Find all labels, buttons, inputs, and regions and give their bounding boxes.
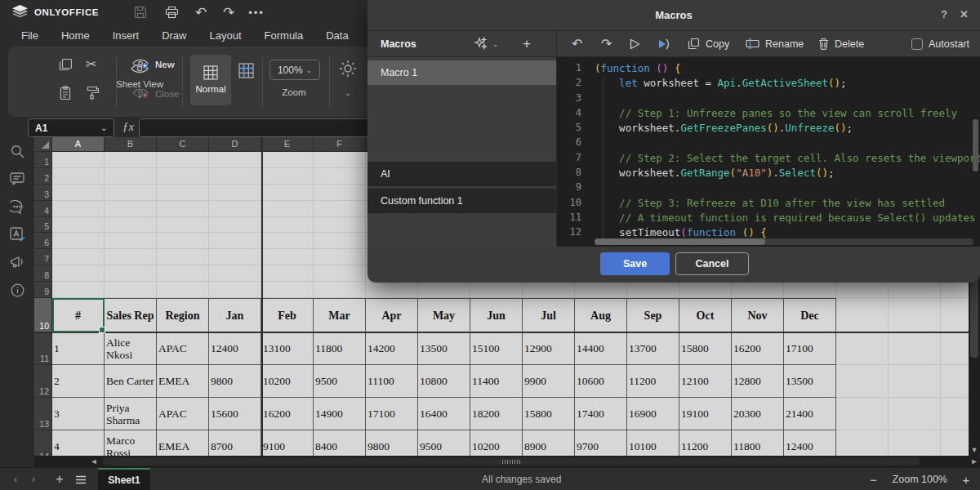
row-header-6[interactable]: 6 bbox=[34, 233, 52, 249]
cell-D12[interactable]: 9800 bbox=[209, 365, 261, 398]
cell-C1[interactable] bbox=[157, 152, 209, 168]
zoom-out-icon[interactable]: − bbox=[868, 473, 880, 487]
cell-E2[interactable] bbox=[261, 168, 314, 185]
cell-H13[interactable]: 16400 bbox=[418, 398, 470, 430]
cell-I13[interactable]: 18200 bbox=[470, 398, 523, 430]
normal-view-button[interactable]: Normal bbox=[190, 55, 231, 105]
column-header-B[interactable]: B bbox=[105, 137, 157, 152]
cell-P13[interactable] bbox=[836, 398, 889, 430]
cell-C11[interactable]: APAC bbox=[157, 332, 209, 365]
freeze-panes-icon[interactable] bbox=[238, 63, 254, 78]
format-painter-icon[interactable] bbox=[86, 86, 99, 100]
row-header-14[interactable]: 14 bbox=[34, 430, 52, 456]
cell-F3[interactable] bbox=[314, 185, 366, 201]
sheet-tab-sheet1[interactable]: Sheet1 bbox=[98, 468, 150, 490]
select-all-corner[interactable] bbox=[34, 137, 52, 152]
cell-J9[interactable] bbox=[523, 282, 575, 298]
cell-Q9[interactable] bbox=[889, 282, 941, 298]
cell-J11[interactable]: 12900 bbox=[523, 332, 575, 365]
cell-F2[interactable] bbox=[314, 168, 366, 185]
undo-icon[interactable]: ↶ bbox=[194, 5, 208, 20]
comments-icon[interactable] bbox=[0, 165, 34, 193]
cell-C5[interactable] bbox=[157, 217, 209, 234]
more-icon[interactable]: ••• bbox=[249, 5, 264, 20]
new-sheet-view-button[interactable]: New bbox=[155, 60, 175, 70]
menu-tab-formula[interactable]: Formula bbox=[253, 29, 315, 42]
cell-N14[interactable]: 11800 bbox=[732, 430, 784, 456]
cell-H10[interactable]: May bbox=[418, 298, 470, 332]
cell-C13[interactable]: APAC bbox=[157, 398, 209, 430]
next-sheet-icon[interactable]: › bbox=[24, 468, 42, 490]
cell-I14[interactable]: 10200 bbox=[470, 430, 523, 456]
save-button[interactable]: Save bbox=[600, 252, 670, 275]
cell-D14[interactable]: 8700 bbox=[209, 430, 261, 456]
cell-F11[interactable]: 11800 bbox=[314, 332, 366, 365]
cell-E1[interactable] bbox=[261, 152, 314, 168]
delete-macro-button[interactable]: Delete bbox=[818, 30, 864, 57]
cell-O13[interactable]: 21400 bbox=[784, 398, 836, 430]
code-editor[interactable]: 1(function () {2 let worksheet = Api.Get… bbox=[557, 57, 980, 247]
cell-A11[interactable]: 1 bbox=[52, 332, 105, 365]
row-header-3[interactable]: 3 bbox=[34, 185, 52, 201]
menu-tab-data[interactable]: Data bbox=[314, 29, 359, 42]
cell-B6[interactable] bbox=[105, 233, 157, 249]
cell-Q14[interactable] bbox=[889, 430, 941, 456]
chat-icon[interactable] bbox=[0, 193, 34, 220]
dialog-titlebar[interactable]: Macros ? ✕ bbox=[368, 0, 980, 31]
horizontal-scrollbar-thumb[interactable] bbox=[103, 457, 920, 466]
cell-C2[interactable] bbox=[157, 168, 209, 185]
cell-E9[interactable] bbox=[261, 282, 314, 298]
cell-I10[interactable]: Jun bbox=[470, 298, 523, 332]
cell-B10[interactable]: Sales Rep bbox=[105, 298, 157, 332]
spellcheck-icon[interactable] bbox=[0, 220, 34, 248]
ai-dropdown-chevron-icon[interactable]: ⌄ bbox=[492, 30, 499, 57]
cell-I11[interactable]: 15100 bbox=[470, 332, 523, 365]
cancel-button[interactable]: Cancel bbox=[675, 252, 749, 275]
rename-macro-button[interactable]: Rename bbox=[746, 30, 804, 57]
cell-O12[interactable]: 13500 bbox=[784, 365, 836, 398]
cell-D7[interactable] bbox=[209, 249, 261, 265]
column-header-F[interactable]: F bbox=[314, 137, 366, 152]
menu-tab-draw[interactable]: Draw bbox=[150, 29, 198, 42]
cell-P12[interactable] bbox=[836, 365, 889, 398]
cell-J10[interactable]: Jul bbox=[523, 298, 575, 332]
cell-E14[interactable]: 9100 bbox=[261, 430, 314, 456]
menu-tab-file[interactable]: File bbox=[10, 29, 50, 42]
copy-macro-button[interactable]: Copy bbox=[688, 30, 729, 57]
cell-M11[interactable]: 15800 bbox=[679, 332, 732, 365]
cell-A4[interactable] bbox=[52, 201, 105, 217]
cell-D6[interactable] bbox=[209, 233, 261, 249]
cell-B1[interactable] bbox=[105, 152, 157, 168]
cell-D11[interactable]: 12400 bbox=[209, 332, 261, 365]
cell-K13[interactable]: 17400 bbox=[575, 398, 627, 430]
cell-D2[interactable] bbox=[209, 168, 261, 185]
cell-A3[interactable] bbox=[52, 185, 105, 201]
cell-E12[interactable]: 10200 bbox=[261, 365, 314, 398]
cell-F4[interactable] bbox=[314, 201, 366, 217]
cell-M13[interactable]: 19100 bbox=[679, 398, 732, 430]
custom-function-item[interactable]: AI bbox=[368, 162, 556, 186]
cell-F7[interactable] bbox=[314, 249, 366, 265]
cell-E7[interactable] bbox=[261, 249, 314, 265]
cell-D5[interactable] bbox=[209, 217, 261, 234]
cell-Q10[interactable] bbox=[889, 298, 941, 332]
cell-A9[interactable] bbox=[52, 282, 105, 298]
cell-C4[interactable] bbox=[157, 201, 209, 217]
cell-K12[interactable]: 10600 bbox=[575, 365, 627, 398]
cell-E10[interactable]: Feb bbox=[261, 298, 314, 332]
vertical-scrollbar-thumb[interactable] bbox=[970, 276, 978, 358]
cell-C6[interactable] bbox=[157, 233, 209, 249]
macro-redo-icon[interactable]: ↷ bbox=[601, 30, 612, 57]
search-icon[interactable] bbox=[0, 137, 34, 165]
close-sheet-view-button[interactable]: Close bbox=[155, 89, 179, 100]
cell-E3[interactable] bbox=[261, 185, 314, 201]
interface-theme-icon[interactable] bbox=[339, 60, 357, 78]
cell-P10[interactable] bbox=[836, 298, 889, 332]
cell-R12[interactable] bbox=[941, 365, 969, 398]
cell-A14[interactable]: 4 bbox=[52, 430, 105, 456]
menu-tab-home[interactable]: Home bbox=[50, 29, 101, 42]
column-header-E[interactable]: E bbox=[261, 137, 314, 152]
name-box[interactable]: A1⌄ bbox=[28, 118, 114, 137]
redo-icon[interactable]: ↷ bbox=[221, 5, 236, 20]
cell-K11[interactable]: 14400 bbox=[575, 332, 627, 365]
